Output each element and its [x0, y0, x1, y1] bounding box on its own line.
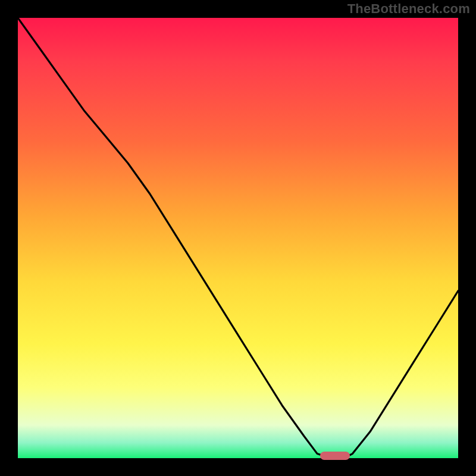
- plot-area: [18, 18, 458, 458]
- bottleneck-curve: [18, 18, 458, 458]
- watermark-text: TheBottleneck.com: [347, 1, 470, 17]
- optimal-marker: [320, 452, 350, 460]
- chart-frame: TheBottleneck.com: [0, 0, 476, 476]
- curve-path: [18, 18, 458, 458]
